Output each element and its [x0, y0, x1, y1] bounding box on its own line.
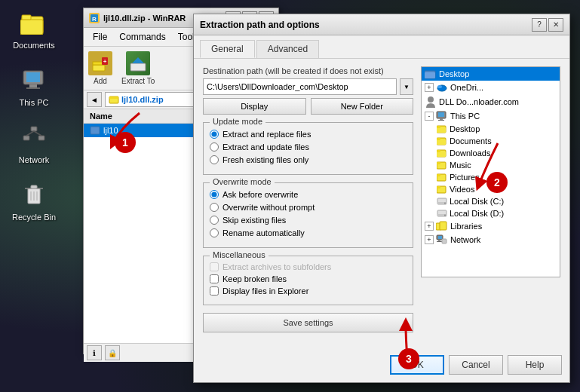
tree-desktop[interactable]: Desktop — [422, 67, 560, 81]
this-pc-expand[interactable]: - — [425, 112, 434, 121]
folder-icon-2 — [437, 136, 447, 145]
radio-noprompt-input[interactable] — [210, 203, 219, 212]
tree-libraries[interactable]: + Libraries — [422, 219, 560, 233]
onedrive-expand[interactable]: + — [425, 83, 434, 92]
svg-rect-39 — [438, 120, 444, 121]
desktop-icons: Documents This PC — [8, 8, 60, 222]
svg-text:R: R — [92, 16, 97, 23]
radio-overwrite-prompt[interactable]: Overwrite without prompt — [210, 203, 407, 212]
radio-rename-input[interactable] — [210, 228, 219, 237]
dialog-tabs: General Advanced — [194, 35, 569, 59]
tree-pc-documents[interactable]: Documents — [422, 135, 560, 147]
radio-rename-auto[interactable]: Rename automatically — [210, 228, 407, 237]
svg-rect-66 — [437, 241, 442, 242]
tree-pc-downloads[interactable]: Downloads — [422, 147, 560, 159]
file-icon — [90, 126, 100, 135]
radio-ask-overwrite[interactable]: Ask before overwrite — [210, 190, 407, 199]
new-folder-button[interactable]: New Folder — [311, 98, 414, 115]
titlebar-left: R ljl10.dll.zip - WinRAR — [88, 12, 186, 24]
help-button[interactable]: Help — [508, 355, 562, 375]
svg-rect-45 — [437, 138, 440, 140]
tree-onedrive[interactable]: + OneDri... — [422, 81, 560, 94]
save-settings-button[interactable]: Save settings — [203, 313, 413, 332]
network-icon[interactable]: Network — [8, 122, 60, 164]
radio-fresh-only-input[interactable] — [210, 155, 219, 164]
network-expand[interactable]: + — [425, 235, 434, 244]
menu-file[interactable]: File — [87, 29, 113, 44]
checkbox-display-explorer[interactable]: Display files in Explorer — [210, 286, 407, 296]
info-btn[interactable]: ℹ — [87, 345, 102, 360]
svg-rect-38 — [440, 118, 443, 120]
dialog-close-btn[interactable]: ✕ — [548, 18, 563, 32]
tree-this-pc[interactable]: - This PC — [422, 109, 560, 123]
svg-marker-26 — [132, 57, 144, 63]
svg-rect-6 — [26, 87, 40, 89]
checkbox-display-input[interactable] — [210, 286, 219, 296]
svg-line-11 — [34, 131, 41, 136]
network-label: Network — [19, 155, 49, 164]
tree-network[interactable]: + Network — [422, 233, 560, 247]
tree-local-c[interactable]: Local Disk (C:) — [422, 195, 560, 207]
dialog-help-btn[interactable]: ? — [532, 18, 547, 32]
radio-extract-replace-input[interactable] — [210, 130, 219, 139]
folder-icon-5 — [437, 173, 447, 182]
radio-extract-update[interactable]: Extract and update files — [210, 142, 407, 152]
misc-label: Miscellaneous — [210, 250, 269, 259]
dialog-right-panel: Desktop + OneDri... — [421, 66, 560, 338]
radio-skip-input[interactable] — [210, 216, 219, 225]
drive-icon-c — [437, 197, 447, 206]
menu-commands[interactable]: Commands — [113, 29, 171, 44]
annotation-2: 2 — [486, 172, 508, 193]
svg-rect-42 — [437, 126, 440, 128]
svg-rect-62 — [440, 222, 447, 230]
radio-fresh-only[interactable]: Fresh existing files only — [210, 155, 407, 164]
radio-extract-update-input[interactable] — [210, 142, 219, 152]
radio-extract-replace[interactable]: Extract and replace files — [210, 130, 407, 139]
nav-back[interactable]: ◄ — [87, 92, 102, 107]
svg-rect-67 — [442, 239, 447, 243]
thispc-icon[interactable]: This PC — [8, 65, 60, 107]
checkbox-subfolders-input — [210, 262, 219, 271]
add-button[interactable]: + Add — [87, 50, 114, 87]
folder-icon-1 — [437, 124, 447, 133]
thispc-label: This PC — [19, 98, 48, 107]
library-icon — [436, 221, 448, 231]
lock-btn[interactable]: 🔒 — [105, 345, 120, 360]
path-dropdown[interactable]: ▼ — [400, 78, 413, 95]
extract-button[interactable]: Extract To — [120, 50, 156, 87]
libraries-expand[interactable]: + — [425, 222, 434, 231]
overwrite-mode-label: Overwrite mode — [210, 177, 275, 186]
tree-dll-downloader[interactable]: DLL Do...nloader.com — [422, 94, 560, 109]
svg-rect-37 — [438, 112, 444, 117]
documents-icon[interactable]: Documents — [8, 8, 60, 50]
svg-point-57 — [444, 203, 446, 204]
drive-icon-d — [437, 209, 447, 218]
user-icon — [425, 96, 437, 108]
recyclebin-label: Recycle Bin — [12, 213, 56, 222]
tree-local-d[interactable]: Local Disk (D:) — [422, 207, 560, 219]
recyclebin-icon[interactable]: Recycle Bin — [8, 179, 60, 222]
path-buttons: Display New Folder — [203, 98, 413, 115]
archive-icon — [109, 95, 119, 104]
checkbox-keep-broken[interactable]: Keep broken files — [210, 274, 407, 283]
tree-pc-desktop[interactable]: Desktop — [422, 123, 560, 135]
miscellaneous-group: Miscellaneous Extract archives to subfol… — [203, 256, 413, 305]
folder-tree[interactable]: Desktop + OneDri... — [421, 66, 560, 277]
display-button[interactable]: Display — [203, 98, 306, 115]
svg-rect-9 — [38, 136, 44, 140]
extraction-dialog: Extraction path and options ? ✕ General … — [193, 14, 570, 383]
radio-ask-input[interactable] — [210, 190, 219, 199]
dialog-left-panel: Destination path (will be created if doe… — [203, 66, 413, 338]
tab-advanced[interactable]: Advanced — [256, 40, 319, 58]
destination-input[interactable] — [203, 78, 397, 95]
checkbox-keep-broken-input[interactable] — [210, 274, 219, 283]
svg-rect-21 — [93, 65, 105, 71]
annotation-1: 1 — [115, 132, 136, 153]
folder-icon-3 — [437, 149, 447, 158]
svg-rect-48 — [437, 150, 440, 152]
tab-general[interactable]: General — [200, 40, 255, 58]
tree-pc-music[interactable]: Music — [422, 159, 560, 171]
cancel-button[interactable]: Cancel — [449, 355, 503, 375]
radio-skip-existing[interactable]: Skip existing files — [210, 216, 407, 225]
dialog-titlebar: Extraction path and options ? ✕ — [194, 14, 569, 35]
